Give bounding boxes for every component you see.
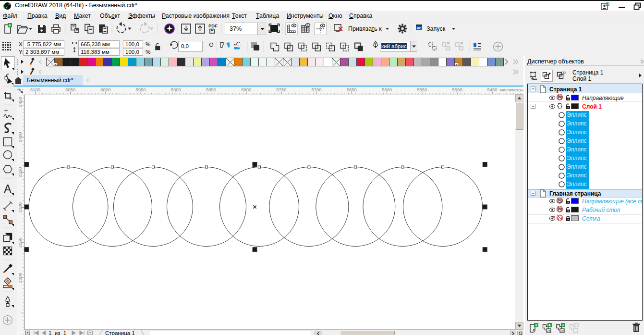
svg-text:5950: 5950 (136, 87, 146, 92)
svg-text:5600: 5600 (382, 87, 392, 92)
svg-text:2б: 2б (560, 329, 564, 333)
svg-text:6050: 6050 (65, 87, 75, 92)
svg-text:A: A (4, 183, 12, 195)
svg-text:PDF: PDF (208, 23, 218, 28)
svg-text:5850: 5850 (206, 87, 216, 92)
svg-text:5900: 5900 (171, 87, 181, 92)
svg-text:6000: 6000 (100, 87, 110, 92)
svg-text:5750: 5750 (276, 87, 286, 92)
svg-text:5800: 5800 (241, 87, 251, 92)
svg-text:6100: 6100 (30, 87, 40, 92)
svg-text:миллиметры: миллиметры (500, 88, 524, 92)
svg-text:5550: 5550 (417, 87, 427, 92)
svg-text:5650: 5650 (347, 87, 357, 92)
svg-text:5500: 5500 (452, 87, 462, 92)
svg-text:5450: 5450 (487, 87, 498, 92)
svg-text:2б: 2б (547, 329, 551, 333)
svg-text:5700: 5700 (312, 87, 322, 92)
